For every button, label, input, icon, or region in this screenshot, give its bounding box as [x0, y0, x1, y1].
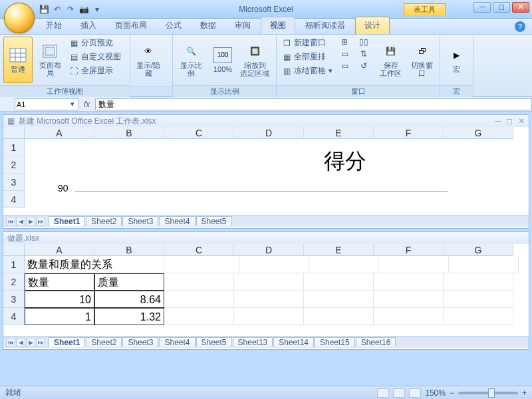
- cell[interactable]: [444, 308, 513, 325]
- doc-minimize-button[interactable]: ─: [495, 116, 501, 126]
- qat-dropdown-icon[interactable]: ▾: [92, 4, 102, 15]
- col-header[interactable]: F: [374, 127, 444, 139]
- cell[interactable]: 1.32: [94, 308, 164, 325]
- row-header[interactable]: 1: [3, 256, 25, 273]
- cell[interactable]: [164, 308, 234, 325]
- redo-icon[interactable]: ↷: [65, 4, 76, 15]
- chart-object[interactable]: 得分 90: [25, 139, 529, 212]
- maximize-button[interactable]: ◻: [493, 2, 510, 13]
- show-hide-button[interactable]: 👁显示/隐藏: [134, 37, 163, 83]
- cell[interactable]: [170, 256, 239, 273]
- tab-view[interactable]: 视图: [261, 17, 295, 34]
- cell[interactable]: [304, 291, 374, 308]
- close-button[interactable]: ✕: [512, 2, 529, 13]
- cell[interactable]: 1: [25, 308, 94, 325]
- col-header[interactable]: E: [304, 127, 374, 139]
- select-all-corner[interactable]: [3, 127, 25, 139]
- cell[interactable]: [444, 273, 513, 291]
- view-break-button[interactable]: [409, 388, 421, 398]
- col-header[interactable]: G: [444, 127, 513, 139]
- tab-page-layout[interactable]: 页面布局: [106, 17, 156, 34]
- page-layout-view-button[interactable]: 页面布局: [35, 37, 65, 83]
- col-header[interactable]: C: [164, 127, 234, 139]
- sheet-tab[interactable]: Sheet3: [122, 337, 158, 347]
- col-header[interactable]: B: [94, 244, 164, 256]
- col-header[interactable]: C: [164, 244, 234, 256]
- tab-nav-next-icon[interactable]: ▶: [26, 338, 35, 347]
- new-window-button[interactable]: ❐新建窗口: [280, 37, 335, 49]
- tab-foxit[interactable]: 福昕阅读器: [297, 17, 354, 34]
- zoom-button[interactable]: 🔍显示比例: [176, 37, 205, 83]
- sheet-tab[interactable]: Sheet5: [196, 337, 232, 347]
- cell[interactable]: [379, 256, 449, 273]
- row-header[interactable]: 1: [3, 139, 25, 156]
- cell[interactable]: 数量和质量的关系: [25, 256, 164, 273]
- row-header[interactable]: 2: [3, 273, 25, 291]
- split-button[interactable]: ⊞: [338, 37, 354, 47]
- save-workspace-button[interactable]: 💾保存 工作区: [377, 37, 406, 83]
- col-header[interactable]: D: [234, 127, 304, 139]
- tab-nav-prev-icon[interactable]: ◀: [16, 338, 25, 347]
- sheet-tab[interactable]: Sheet13: [233, 337, 273, 347]
- sheet-tab[interactable]: Sheet4: [159, 216, 195, 226]
- name-box[interactable]: A1▾: [15, 98, 78, 110]
- cell[interactable]: [234, 273, 304, 291]
- save-icon[interactable]: 💾: [39, 4, 49, 15]
- tab-home[interactable]: 开始: [37, 17, 70, 34]
- tab-review[interactable]: 审阅: [226, 17, 259, 34]
- tab-nav-last-icon[interactable]: ⏭: [36, 338, 45, 347]
- cell[interactable]: [374, 273, 444, 291]
- row-header[interactable]: 4: [3, 191, 25, 208]
- zoom-selection-button[interactable]: 🔲缩放到 选定区域: [240, 37, 269, 83]
- tab-data[interactable]: 数据: [192, 17, 225, 34]
- sheet-tab[interactable]: Sheet1: [49, 337, 85, 347]
- zoom-out-button[interactable]: −: [450, 388, 454, 398]
- row-header[interactable]: 3: [3, 174, 25, 191]
- zoom-level[interactable]: 150%: [425, 388, 446, 398]
- col-header[interactable]: A: [25, 244, 94, 256]
- tab-nav-first-icon[interactable]: ⏮: [6, 217, 15, 226]
- cell[interactable]: 数量: [25, 273, 94, 291]
- sheet-tab[interactable]: Sheet2: [86, 337, 122, 347]
- tab-formula[interactable]: 公式: [157, 17, 190, 34]
- zoom-100-button[interactable]: 100100%: [208, 37, 237, 83]
- arrange-all-button[interactable]: ▦全部重排: [280, 51, 335, 63]
- switch-window-button[interactable]: 🗗切换窗口: [408, 37, 436, 83]
- freeze-panes-button[interactable]: ▥冻结窗格▾: [280, 65, 335, 77]
- sheet-tab[interactable]: Sheet16: [356, 337, 396, 347]
- cell[interactable]: [449, 256, 519, 273]
- office-button[interactable]: [4, 3, 35, 33]
- select-all-corner[interactable]: [3, 244, 25, 256]
- row-header[interactable]: 3: [3, 291, 25, 308]
- normal-view-button[interactable]: 普通: [3, 37, 33, 83]
- tab-nav-last-icon[interactable]: ⏭: [36, 217, 45, 226]
- view-side-button[interactable]: ▯▯: [357, 37, 374, 47]
- hide-button[interactable]: ▭: [338, 49, 354, 59]
- sheet-tab[interactable]: Sheet1: [49, 216, 85, 226]
- col-header[interactable]: F: [374, 244, 444, 256]
- tab-design[interactable]: 设计: [355, 17, 390, 34]
- sheet-tab[interactable]: Sheet2: [86, 216, 122, 226]
- cell[interactable]: [239, 256, 309, 273]
- custom-view-button[interactable]: ▤自定义视图: [67, 51, 123, 63]
- zoom-slider[interactable]: [458, 392, 518, 394]
- cell[interactable]: [374, 308, 444, 325]
- tab-insert[interactable]: 插入: [72, 17, 105, 34]
- sheet-tab[interactable]: Sheet5: [196, 216, 232, 226]
- doc-restore-button[interactable]: ◻: [506, 116, 513, 126]
- sheet-tab[interactable]: Sheet4: [159, 337, 195, 347]
- undo-icon[interactable]: ↶: [52, 4, 63, 15]
- cell[interactable]: [304, 308, 374, 325]
- col-header[interactable]: A: [25, 127, 94, 139]
- help-icon[interactable]: ?: [515, 21, 525, 32]
- unhide-button[interactable]: ▭: [338, 61, 354, 71]
- cell[interactable]: [164, 273, 234, 291]
- sheet-tab[interactable]: Sheet14: [273, 337, 314, 347]
- sheet-tab[interactable]: Sheet15: [315, 337, 355, 347]
- cell[interactable]: [304, 273, 374, 291]
- cell[interactable]: [374, 291, 444, 308]
- col-header[interactable]: G: [444, 244, 513, 256]
- sync-scroll-button[interactable]: ⇅: [357, 49, 374, 59]
- fx-icon[interactable]: fx: [84, 100, 90, 109]
- sheet-tab[interactable]: Sheet3: [122, 216, 158, 226]
